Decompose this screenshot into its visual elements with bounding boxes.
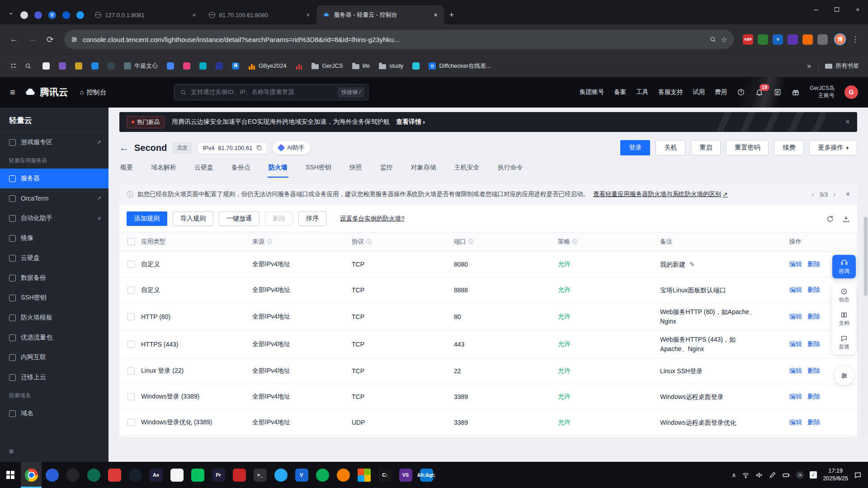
billing-receipt-icon[interactable] [774,88,782,96]
pen-input-icon[interactable] [769,471,776,479]
top-nav-item[interactable]: 工具 [636,88,648,96]
alert-prev-icon[interactable]: ‹ [811,190,814,198]
bookmark[interactable] [196,60,210,72]
edit-link[interactable]: 编辑 [789,313,802,321]
forward-button[interactable]: → [24,32,40,47]
taskbar-app[interactable] [42,462,62,488]
toolbar-button[interactable]: 一键放通 [219,211,259,226]
docs-button[interactable]: 文档 [832,307,856,331]
banner-close-icon[interactable]: × [839,117,850,127]
taskbar-app[interactable] [62,462,83,488]
detail-tab[interactable]: 备份点 [231,163,251,177]
edit-link[interactable]: 编辑 [789,340,802,348]
taskbar-app[interactable] [125,462,146,488]
tab-close-icon[interactable]: × [432,11,439,19]
refresh-icon[interactable] [826,215,834,223]
info-icon[interactable]: ⓘ [572,238,578,246]
pinned-tab[interactable] [20,11,28,19]
bookmark[interactable] [179,60,194,72]
bookmark[interactable] [39,60,53,72]
info-icon[interactable]: ⓘ [267,238,272,246]
consult-button[interactable]: 咨询 [832,255,856,278]
row-checkbox[interactable] [127,341,135,348]
sidebar-item[interactable]: 云硬盘 [0,248,108,268]
alert-next-icon[interactable]: › [833,190,835,198]
sidebar-item[interactable]: SSH密钥 [0,288,108,308]
download-icon[interactable] [842,215,850,223]
network-wifi-icon[interactable] [742,471,750,479]
console-menu-icon[interactable]: ≡ [10,87,15,98]
top-nav-item[interactable]: 客服支持 [658,88,683,96]
edit-link[interactable]: 编辑 [789,367,802,375]
dynamics-button[interactable]: 动态 [832,284,856,307]
taskbar-app[interactable]: C: [374,462,395,488]
url-bar[interactable]: console.cloud.tencent.com/lighthouse/ins… [64,30,734,49]
bookmark[interactable]: D Diffchecker在线差... [425,60,495,72]
detail-tab[interactable]: 防火墙 [268,163,288,177]
detail-tab[interactable]: 监控 [379,163,394,177]
select-all-checkbox[interactable] [127,238,135,245]
tencent-cloud-logo[interactable]: 腾讯云 [24,86,68,99]
banner-detail-link[interactable]: 查看详情 › [396,118,425,126]
volume-muted-icon[interactable] [755,471,763,479]
taskbar-app[interactable] [83,462,104,488]
settings-sliders-button[interactable] [835,366,854,385]
row-checkbox[interactable] [127,393,135,400]
tray-chevron-up-icon[interactable]: ∧ [731,471,736,479]
delete-link[interactable]: 删除 [807,418,820,427]
taskbar-app[interactable] [104,462,125,488]
instance-action-button[interactable]: 更多操作 ▾ [809,140,857,155]
edit-note-icon[interactable]: ✎ [689,261,695,268]
sidebar-item[interactable]: 镜像 [0,228,108,248]
delete-link[interactable]: 删除 [807,286,820,294]
reload-button[interactable]: ⟳ [42,32,58,47]
delete-link[interactable]: 删除 [807,260,820,268]
ai-assistant-button[interactable]: AI助手 [273,141,310,155]
bookmark[interactable] [212,60,226,72]
alert-link[interactable]: 查看轻量应用服务器防火墙与系统防火墙的区别 ↗ [593,190,728,198]
scrollbar-thumb[interactable] [864,217,868,296]
taskbar-app[interactable]: Pr [208,462,229,488]
sidebar-item[interactable]: 游戏服专区 ↗ [0,132,108,152]
sidebar-item[interactable]: 优选流量包 [0,328,108,347]
taskbar-app[interactable] [354,462,374,488]
console-search-box[interactable]: 支持通过实例ID、IP、名称等搜索资源 快捷键 / [174,84,368,100]
delete-link[interactable]: 删除 [807,313,820,321]
edit-link[interactable]: 编辑 [789,418,802,427]
bookmark[interactable] [163,60,178,72]
detail-tab[interactable]: 域名解析 [150,163,177,177]
bookmark[interactable]: life [349,60,374,71]
taskbar-app[interactable]: &lt;&gt; [416,462,437,488]
close-window-button[interactable]: × [847,0,868,19]
help-circle-icon[interactable] [737,88,745,96]
instance-action-button[interactable]: 关机 [656,140,685,155]
sidebar-collapse-icon[interactable]: ≡ [9,447,14,456]
back-arrow-button[interactable]: ← [119,142,129,153]
tab-close-icon[interactable]: × [190,11,198,19]
row-checkbox[interactable] [127,419,135,426]
taskbar-app[interactable]: J [166,462,187,488]
taskbar-app[interactable]: VS [395,462,416,488]
guard-close-circle-icon[interactable]: × [796,471,804,479]
extension-icon[interactable] [758,34,768,45]
edit-link[interactable]: 编辑 [789,260,802,268]
taskbar-clock[interactable]: 17:19 2025/6/25 [823,467,848,483]
browser-tab[interactable]: 81.70.100.61:8080 × [203,5,316,24]
detail-tab[interactable]: 快照 [349,163,363,177]
taskbar-app[interactable] [229,462,250,488]
pinned-tab[interactable]: V [48,11,56,19]
info-icon[interactable]: ⓘ [366,238,372,246]
pinned-tab[interactable] [62,11,70,19]
search-icon[interactable] [709,36,717,43]
toolbar-button[interactable]: 排序 [298,211,326,226]
sidebar-item[interactable]: 轻量域名 [0,387,108,404]
sidebar-item[interactable]: 服务器 [0,169,108,188]
toolbar-button[interactable]: 添加规则 [127,211,167,226]
tab-search-chevron-icon[interactable]: ⌄ [4,8,19,16]
browser-tab[interactable]: 127.0.0.1:8081 × [89,5,203,24]
copy-icon[interactable] [256,145,262,151]
all-bookmarks-button[interactable]: 所有书签 [818,62,862,70]
pinned-tab[interactable] [34,11,42,19]
extension-icon[interactable] [788,34,798,45]
sidebar-item[interactable]: 迁移上云 [0,367,108,387]
